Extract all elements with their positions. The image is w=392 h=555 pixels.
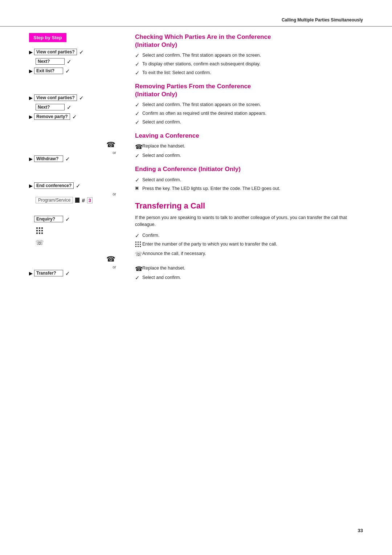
keypad-icon-1: [36, 227, 44, 236]
transferring-intro: If the person you are speaking to wants …: [135, 214, 363, 228]
header-title: Calling Multiple Parties Simultaneously: [282, 17, 363, 23]
svg-rect-16: [138, 246, 139, 247]
right-step-transfer-4: ☎ Replace the handset.: [135, 265, 363, 273]
left-group-checking: ▶ View conf parties? ✓ Next? ✓ ▶ Exit li…: [29, 49, 125, 76]
step-withdraw: Withdraw?: [34, 155, 63, 162]
svg-rect-3: [36, 230, 38, 231]
svg-rect-5: [41, 230, 43, 231]
ending-title: Ending a Conference (Initiator Only): [135, 165, 363, 173]
check-5: ✓: [67, 104, 72, 111]
step-next-1: Next?: [36, 58, 65, 65]
step-view-conf-1: View conf parties?: [34, 49, 77, 55]
or-label-2: or: [29, 192, 125, 196]
step-transfer: Transfer?: [34, 270, 63, 276]
transferring-title: Transferring a Call: [135, 201, 363, 211]
svg-rect-10: [138, 242, 139, 243]
step-next-2: Next?: [36, 104, 65, 110]
section-leaving: Leaving a Conference ☎ Replace the hands…: [135, 132, 363, 159]
check-icon-r3: ✓: [135, 70, 142, 76]
right-step-remove-1: ✓ Select and confirm. The first station …: [135, 101, 363, 109]
leaving-title: Leaving a Conference: [135, 132, 363, 140]
check-4: ✓: [79, 95, 84, 101]
step-remove-party: Remove party?: [34, 113, 70, 120]
phone-icon-leaving: ☎: [106, 140, 115, 149]
svg-rect-0: [36, 227, 38, 229]
check-10: ✓: [65, 270, 70, 277]
svg-rect-8: [41, 232, 43, 234]
step-enquiry: Enquiry?: [34, 216, 63, 222]
desc-check-2: To display other stations, confirm each …: [142, 61, 363, 67]
left-group-ending: ▶ End conference? ✓ or Program/Service #…: [29, 182, 125, 203]
check-icon-r5: ✓: [135, 110, 142, 117]
arrow-icon-1: ▶: [29, 49, 33, 55]
section-removing: Removing Parties From the Conference(Ini…: [135, 82, 363, 126]
check-icon-r6: ✓: [135, 119, 142, 126]
check-9: ✓: [65, 216, 70, 223]
number-3-icon: 3: [87, 197, 93, 203]
arrow-icon-3: ▶: [29, 95, 33, 101]
desc-remove-1: Select and confirm. The first station ap…: [142, 101, 363, 108]
step-exit-list: Exit list?: [34, 68, 63, 74]
phone-icon-transfer: ☎: [106, 255, 115, 263]
arrow-icon-2: ▶: [29, 68, 33, 74]
section-ending: Ending a Conference (Initiator Only) ✓ S…: [135, 165, 363, 192]
svg-rect-2: [41, 227, 43, 229]
page-number: 33: [358, 528, 363, 533]
right-step-end-1: ✓ Select and confirm.: [135, 177, 363, 184]
svg-rect-7: [39, 232, 40, 234]
check-icon-r9: ✓: [135, 232, 142, 239]
check-icon-r7: ✓: [135, 153, 142, 159]
check-icon-r8: ✓: [135, 177, 142, 183]
right-step-leave-1: ☎ Replace the handset.: [135, 143, 363, 151]
svg-rect-9: [135, 242, 136, 243]
desc-transfer-5: Select and confirm.: [142, 274, 363, 281]
section-checking: Checking Which Parties Are in the Confer…: [135, 33, 363, 77]
svg-rect-14: [140, 244, 141, 245]
left-group-leaving: ☎ or ▶ Withdraw? ✓: [29, 140, 125, 163]
arrow-icon-5: ▶: [29, 156, 33, 162]
desc-remove-2: Confirm as often as required until the d…: [142, 110, 363, 117]
check-1: ✓: [79, 49, 84, 56]
arrow-icon-6: ▶: [29, 183, 33, 189]
desc-check-1: Select and confirm. The first station ap…: [142, 52, 363, 58]
main-content: Step by Step ▶ View conf parties? ✓ Next…: [0, 33, 392, 308]
arrow-icon-4: ▶: [29, 114, 33, 119]
prog-icon-r: ▣: [135, 186, 142, 190]
handset-active-icon-1: ☏: [36, 239, 44, 247]
phone-icon-r1: ☎: [135, 143, 142, 151]
removing-title: Removing Parties From the Conference(Ini…: [135, 82, 363, 98]
desc-transfer-4: Replace the handset.: [142, 265, 363, 271]
or-label-1: or: [29, 150, 125, 155]
check-icon-r4: ✓: [135, 102, 142, 108]
right-step-transfer-3: ☏ Announce the call, if necessary.: [135, 250, 363, 258]
desc-end-2: Press the key. The LED lights up. Enter …: [142, 185, 363, 192]
desc-transfer-3: Announce the call, if necessary.: [142, 250, 363, 257]
phone-icon-r2: ☎: [135, 265, 142, 273]
checking-title: Checking Which Parties Are in the Confer…: [135, 33, 363, 49]
right-step-leave-2: ✓ Select and confirm.: [135, 152, 363, 159]
right-step-check-1: ✓ Select and confirm. The first station …: [135, 52, 363, 59]
desc-remove-3: Select and confirm.: [142, 119, 363, 125]
check-7: ✓: [65, 156, 70, 162]
right-step-check-3: ✓ To exit the list: Select and confirm.: [135, 69, 363, 77]
check-8: ✓: [76, 183, 81, 189]
right-step-transfer-1: ✓ Confirm.: [135, 232, 363, 239]
section-transferring: Transferring a Call If the person you ar…: [135, 201, 363, 282]
svg-rect-6: [36, 232, 38, 234]
left-group-transferring: ▶ Enquiry? ✓: [29, 216, 125, 278]
check-icon-r10: ✓: [135, 275, 142, 281]
svg-rect-4: [39, 230, 40, 231]
check-icon-r2: ✓: [135, 61, 142, 68]
desc-check-3: To exit the list: Select and confirm.: [142, 69, 363, 76]
svg-rect-1: [39, 227, 40, 229]
black-sq-1: [75, 198, 79, 203]
right-step-remove-2: ✓ Confirm as often as required until the…: [135, 110, 363, 117]
right-step-check-2: ✓ To display other stations, confirm eac…: [135, 61, 363, 68]
desc-transfer-2: Enter the number of the party to which y…: [142, 241, 363, 247]
check-icon-r1: ✓: [135, 52, 142, 59]
right-step-end-2: ▣ Press the key. The LED lights up. Ente…: [135, 185, 363, 193]
desc-leave-1: Replace the handset.: [142, 143, 363, 149]
svg-rect-11: [140, 242, 141, 243]
desc-end-1: Select and confirm.: [142, 177, 363, 183]
right-step-transfer-2: Enter the number of the party to which y…: [135, 241, 363, 249]
